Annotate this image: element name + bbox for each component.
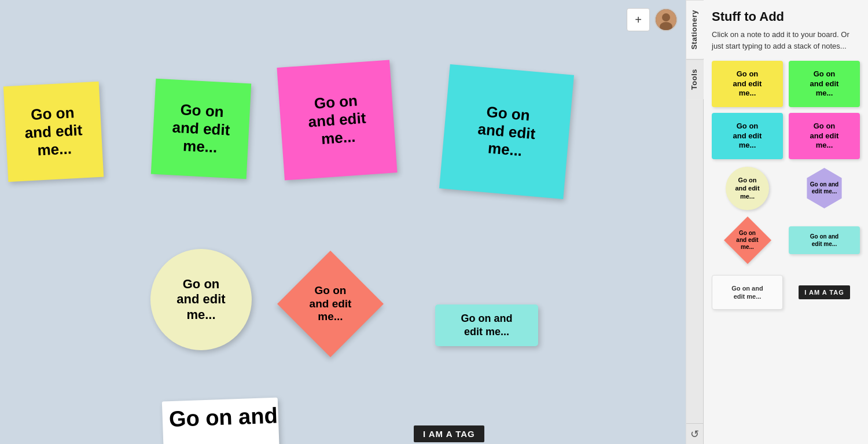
stationery-text: Go on andedit me... [810, 181, 838, 195]
note-text: Go on and [163, 403, 278, 432]
stationery-pink-square[interactable]: Go onand editme... [789, 113, 860, 159]
stationery-small-rect[interactable]: Go on andedit me... [789, 217, 860, 263]
tab-tools[interactable]: Tools [686, 59, 704, 99]
stationery-white-note[interactable]: Go on andedit me... [712, 269, 783, 315]
canvas-toolbar: + [627, 8, 678, 31]
stationery-hexagon[interactable]: Go on andedit me... [789, 165, 860, 211]
add-button[interactable]: + [627, 8, 650, 31]
stationery-grid: Go onand editme... Go onand editme... Go… [712, 61, 860, 315]
stationery-tag-text: I AM A TAG [804, 289, 844, 296]
sticky-note-cyan[interactable]: Go onand editme... [439, 64, 574, 199]
svg-point-1 [662, 13, 670, 21]
sticky-note-green[interactable]: Go onand editme... [151, 79, 251, 179]
sidebar-description: Click on a note to add it to your board.… [712, 29, 860, 52]
sidebar: Stationery Tools ↺ Stuff to Add Click on… [686, 0, 868, 444]
stationery-circle[interactable]: Go onand editme... [712, 165, 783, 211]
note-text: Go onand editme... [171, 100, 231, 157]
note-text: Go onand editme... [176, 277, 225, 322]
sticky-note-partial[interactable]: Go on and [162, 398, 280, 444]
note-text: Go onand editme... [307, 91, 368, 149]
stationery-text: Go onand editme... [731, 173, 763, 204]
tag-text: I AM A TAG [423, 429, 475, 439]
tag-note[interactable]: I AM A TAG [414, 425, 484, 442]
stationery-text: Go onand editme... [730, 66, 766, 102]
sticky-note-pink[interactable]: Go onand editme... [277, 60, 397, 180]
sticky-note-rect[interactable]: Go on andedit me... [435, 304, 538, 346]
sidebar-tabs: Stationery Tools ↺ [686, 0, 704, 444]
stationery-text: Go onand editme... [730, 118, 766, 155]
sticky-note-yellow[interactable]: Go onand editme... [3, 82, 104, 182]
stationery-yellow-square[interactable]: Go onand editme... [712, 61, 783, 107]
stationery-text: Go on andedit me... [807, 229, 842, 251]
note-text: Go onand editme... [476, 102, 538, 162]
undo-button[interactable]: ↺ [686, 423, 704, 444]
sidebar-content: Stuff to Add Click on a note to add it t… [704, 0, 868, 444]
note-text: Go on andedit me... [461, 312, 513, 339]
stationery-green-square[interactable]: Go onand editme... [789, 61, 860, 107]
stationery-text: Go on andedit me... [728, 281, 766, 304]
stationery-tag[interactable]: I AM A TAG [789, 269, 860, 315]
tab-stationery[interactable]: Stationery [686, 0, 704, 59]
sidebar-title: Stuff to Add [712, 9, 860, 24]
stationery-text: Go onand editme... [736, 230, 758, 251]
user-avatar[interactable] [654, 8, 678, 31]
sticky-note-circle[interactable]: Go onand editme... [150, 249, 252, 350]
stationery-text: Go onand editme... [807, 66, 843, 102]
note-text: Go onand editme... [23, 103, 83, 160]
stationery-cyan-square[interactable]: Go onand editme... [712, 113, 783, 159]
stationery-diamond[interactable]: Go onand editme... [712, 217, 783, 263]
stationery-text: Go onand editme... [807, 118, 843, 155]
main-canvas[interactable]: + Go onand editme... Go onand editme... … [0, 0, 686, 444]
sticky-note-diamond[interactable]: Go onand editme... [275, 240, 385, 368]
